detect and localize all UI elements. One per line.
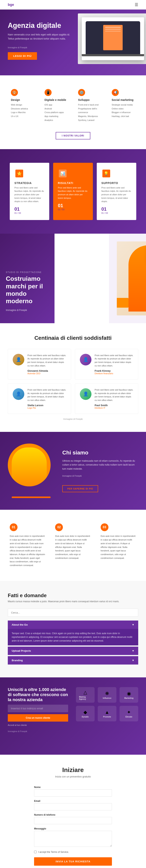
partner-logo-3[interactable]: ◆ Dynatic [76, 706, 95, 721]
values-button[interactable]: I NOSTRI VALORI [56, 132, 90, 140]
terms-checkbox[interactable] [34, 851, 37, 853]
numbered-item-1: 02 Duis aute irure dolor in reprehenderi… [53, 521, 93, 569]
hero-section: Agenzia digitale Nam venenatis crux sed … [0, 9, 146, 75]
faq-question-2[interactable]: Branding ▼ [8, 656, 138, 664]
hero-content: Agenzia digitale Nam venenatis crux sed … [8, 21, 74, 60]
partners-title: Unisciti a oltre 1.000 aziende di softwa… [8, 687, 68, 702]
nav-logo[interactable]: bge [8, 3, 14, 7]
services-section: 🎨 Design Web design Direzione artistica … [0, 75, 146, 149]
client-avatar-2: 👤 [13, 388, 24, 400]
service-title-sviluppo: Sviluppo [78, 98, 101, 101]
client-info-3: Proin sed libero ante sed faucibus rutpi… [95, 388, 133, 409]
studio-title: Costruiamo marchi per il mondo moderno [6, 275, 49, 305]
client-name-3: Paul Smith [95, 404, 133, 407]
feature-num-risultati: 01 [58, 203, 88, 208]
feature-link-supporto[interactable]: 01 / 03 [101, 212, 132, 214]
service-card-sviluppo: ⚙️ Sviluppo Front-end e back-end Progett… [75, 85, 105, 126]
about-circle [8, 443, 51, 486]
client-name-0: Giovanni Almeda [27, 369, 66, 372]
client-info-2: Proin sed libero ante sed faucibus rutpi… [27, 388, 66, 409]
num-badge-0: 01 [10, 523, 18, 531]
client-card-0: 👤 Proin sed libero ante sed faucibus rut… [8, 349, 71, 379]
feature-link-risultati[interactable]: 01 / 03 [58, 208, 88, 211]
dynatic-name: Dynatic [82, 716, 89, 718]
client-review-2: Proin sed libero ante sed faucibus rutpi… [27, 388, 66, 402]
hero-title: Agenzia digitale [8, 21, 74, 30]
feature-title-supporto: SUPPORTO [101, 182, 132, 185]
client-role-0: Azienda CEO [27, 372, 66, 375]
partners-section: Unisciti a oltre 1.000 aziende di softwa… [0, 677, 146, 755]
faq-item-1: Upload Projects ▼ [8, 647, 138, 655]
clients-credit: Immagine di Freepik [8, 418, 138, 420]
client-card-2: 👤 Proin sed libero ante sed faucibus rut… [8, 383, 71, 414]
partners-left: Unisciti a oltre 1.000 aziende di softwa… [8, 687, 68, 737]
service-title-digital: Digitale e mobile [45, 98, 68, 101]
client-avatar-1: 👤 [80, 354, 91, 366]
client-review-1: Proin sed libero ante sed faucibus rutpi… [95, 354, 133, 367]
clients-title: Centinaia di clienti soddisfatti [8, 335, 138, 341]
partner-signin-link[interactable]: Accedi al tuo cliente [8, 724, 27, 726]
service-title-social: Social marketing [112, 98, 135, 101]
influence-icon: ❋ [105, 691, 109, 696]
studio-credit-link[interactable]: Immagine di Freepik [6, 309, 49, 312]
person-figure [128, 245, 146, 312]
partner-email-input[interactable] [8, 705, 68, 712]
terms-label[interactable]: I accept the Terms of Service. [38, 851, 69, 854]
design-icon: 🎨 [11, 89, 18, 96]
form-submit-button[interactable]: Invia la tua richiesta [34, 857, 112, 866]
about-description: Ultrices eu integer malesuada nam sit et… [62, 459, 138, 471]
faq-question-0[interactable]: About the Go ▼ [8, 621, 138, 629]
client-review-3: Proin sed libero ante sed faucibus rutpi… [95, 388, 133, 402]
client-role-1: Direttore finanziario [95, 372, 133, 375]
message-input[interactable] [34, 831, 112, 847]
client-review-0: Proin sed libero ante sed faucibus rutpi… [27, 354, 66, 367]
feature-title-strategia: STRATEGIA [14, 182, 45, 185]
service-list-digital: iOS app Android Cross-platform apps App … [45, 103, 68, 122]
numbered-grid: 01 Duis aute irure dolor in reprehenderi… [8, 521, 138, 569]
faq-search-input[interactable] [8, 609, 138, 617]
about-photo [8, 443, 55, 498]
partner-create-button[interactable]: Crea un nuovo cliente [8, 714, 68, 721]
faq-answer-0: Tempor sed. Cras a volutpat nisi risus. … [8, 629, 138, 646]
feature-card-supporto: 💡 SUPPORTO Prox sed libero ante sed fauc… [97, 163, 136, 220]
client-info-1: Proin sed libero ante sed faucibus rutpi… [95, 354, 133, 375]
numbered-item-2: 03 Duis aute irure dolor in reprehenderi… [99, 521, 138, 569]
clients-section: Centinaia di clienti soddisfatti 👤 Proin… [0, 323, 146, 432]
partner-logo-0[interactable]: △ Making Agency [76, 687, 95, 703]
sviluppo-icon: ⚙️ [78, 89, 85, 96]
hero-cta-button[interactable]: LEGGI DI PIÙ [8, 52, 37, 60]
client-role-2: Logo Pie [27, 407, 66, 409]
feature-link-strategia[interactable]: 01 / 03 [14, 212, 45, 214]
client-card-3: 👤 Proin sed libero ante sed faucibus rut… [75, 383, 138, 414]
nav-menu-icon[interactable]: ☰ [135, 2, 138, 7]
feature-num-strategia: 01 [14, 207, 45, 212]
client-avatar-0: 👤 [13, 354, 24, 366]
digital-icon: 📱 [45, 89, 52, 96]
partner-logo-2[interactable]: ◉ Marketing [119, 687, 138, 703]
features-grid: ⭐ STRATEGIA Prox sed libero ante sed fau… [8, 161, 138, 222]
partner-logo-4[interactable]: ▲ Promote [98, 706, 116, 721]
faq-item-0: About the Go ▼ Tempor sed. Cras a volutp… [8, 621, 138, 646]
name-input[interactable] [34, 789, 112, 797]
email-input[interactable] [34, 803, 112, 810]
studio-label: STUDIO DI PROGETTAZIONE [6, 271, 49, 273]
risultati-icon: 📊 [58, 168, 67, 178]
feature-desc-strategia: Prox sed libero ante sed faucibus rutpis… [14, 186, 45, 203]
marketing-name: Marketing [124, 697, 133, 699]
studio-right: WEB We Are A Web Design Agency [109, 234, 146, 323]
feature-num-supporto: 01 [101, 207, 132, 212]
feature-desc-supporto: Prox sed libero ante sed faucibus rutpis… [101, 186, 132, 203]
studio-section: STUDIO DI PROGETTAZIONE Costruiamo march… [0, 234, 146, 323]
about-credit[interactable]: Immagine di Freepik [62, 475, 138, 477]
phone-input[interactable] [34, 817, 112, 824]
iniziare-section: Iniziare Inizia con un preventivo gratui… [0, 755, 146, 868]
email-label: Email [34, 800, 112, 802]
hero-credit: Immagine di Freepik [8, 46, 27, 49]
values-button-wrap: I NOSTRI VALORI [8, 132, 138, 140]
about-cta-button[interactable]: PER SAPERNE DI PIÙ [62, 485, 98, 492]
about-content: Chi siamo Ultrices eu integer malesuada … [62, 450, 138, 492]
client-name-2: Stella Larson [27, 404, 66, 407]
partner-logo-1[interactable]: ❋ Influence [98, 687, 116, 703]
faq-question-1[interactable]: Upload Projects ▼ [8, 647, 138, 655]
partner-logo-5[interactable]: ✦ Elevate [119, 706, 138, 721]
